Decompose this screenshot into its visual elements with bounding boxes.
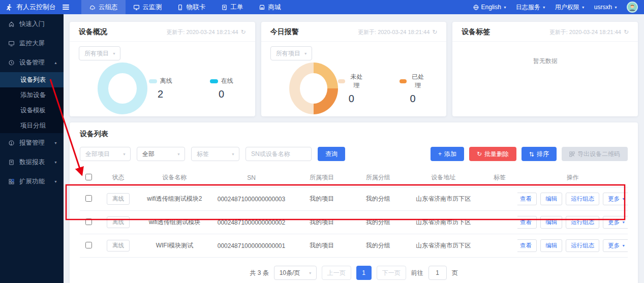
row-checkbox[interactable]: [85, 242, 92, 248]
batch-delete-button[interactable]: ↻批量删除: [469, 147, 516, 161]
menu-toggle-icon[interactable]: [63, 5, 69, 10]
device-tag: [482, 234, 518, 258]
legend: 未处理 0 已处理 0: [338, 73, 426, 105]
button-label: 批量删除: [484, 150, 509, 159]
edit-button[interactable]: 编辑: [540, 193, 562, 205]
device-group: 我的分组: [351, 187, 405, 211]
col-group: 所属分组: [351, 168, 405, 187]
tab-iot-card[interactable]: 物联卡: [169, 0, 213, 14]
tag-select[interactable]: 标签 ▼: [191, 147, 239, 161]
search-button[interactable]: 查询: [318, 147, 345, 161]
sidebar-item-device-template[interactable]: 设备模板: [0, 103, 64, 118]
legend: 离线 2 在线 0: [147, 77, 235, 100]
sidebar-item-monitor-screen[interactable]: 监控大屏: [0, 34, 64, 53]
current-page[interactable]: 1: [356, 266, 372, 280]
device-tags-card: 设备标签 更新于: 2020-03-24 18:21:44 ↻ 暂无数据: [452, 22, 638, 116]
run-scada-button[interactable]: 运行组态: [566, 239, 599, 252]
tab-label: 工单: [231, 3, 243, 12]
avatar[interactable]: [627, 2, 638, 13]
sidebar-item-quick-start[interactable]: 快速入门: [0, 14, 64, 34]
view-button[interactable]: 查看: [517, 239, 537, 252]
project-select[interactable]: 全部项目 ▼: [80, 147, 131, 161]
next-page-button[interactable]: 下一页: [377, 266, 406, 280]
today-alarm-chart: 未处理 0 已处理 0: [261, 62, 447, 114]
device-tag: [482, 211, 518, 234]
language-switcher[interactable]: English ▼: [473, 4, 507, 11]
tab-cloud-scada[interactable]: 云组态: [81, 0, 126, 14]
select-all-checkbox[interactable]: [85, 174, 92, 180]
sidebar-item-label: 数据报表: [19, 158, 45, 167]
run-scada-button[interactable]: 运行组态: [566, 216, 599, 229]
sidebar-item-data-report[interactable]: 数据报表 ▼: [0, 152, 64, 172]
device-address: 山东省济南市历下区: [405, 187, 482, 211]
alarm-icon: [8, 140, 15, 146]
tab-label: 物联卡: [187, 3, 206, 12]
refresh-icon[interactable]: ↻: [624, 28, 629, 36]
updated-at: 更新于: 2020-03-24 18:21:44 ↻: [358, 28, 437, 36]
tab-label: 云组态: [99, 3, 118, 12]
row-checkbox[interactable]: [85, 195, 92, 202]
tab-cloud-monitor[interactable]: 云监测: [126, 0, 170, 14]
chevron-down-icon: ▼: [622, 197, 625, 201]
user-permission-menu[interactable]: 用户权限 ▼: [555, 3, 585, 12]
language-label: English: [481, 4, 501, 11]
chevron-down-icon: ▼: [614, 6, 618, 9]
log-service-menu[interactable]: 日志服务 ▼: [516, 3, 546, 12]
chevron-down-icon: ▼: [122, 152, 126, 156]
sidebar-item-add-device[interactable]: 添加设备: [0, 87, 64, 103]
chevron-down-icon: ▼: [54, 180, 57, 183]
chevron-down-icon: ▼: [503, 6, 507, 9]
username-menu[interactable]: usrsxh ▼: [594, 4, 618, 11]
legend-label: 在线: [221, 77, 233, 85]
more-button[interactable]: 更多▼: [603, 216, 628, 229]
select-value: 10条/页: [280, 269, 300, 276]
more-button[interactable]: 更多▼: [603, 193, 628, 205]
report-icon: [8, 159, 15, 166]
project-filter-select[interactable]: 所有项目 ▼: [79, 46, 120, 60]
col-project: 所属项目: [292, 168, 351, 187]
edit-button[interactable]: 编辑: [540, 216, 562, 229]
sidebar-item-label: 快速入门: [19, 20, 45, 28]
tab-work-order[interactable]: 工单: [213, 0, 251, 14]
sort-button[interactable]: 排序: [522, 147, 557, 161]
select-value: 所有项目: [84, 50, 109, 57]
sidebar-item-device-management[interactable]: 设备管理 ▲: [0, 53, 64, 72]
log-service-label: 日志服务: [516, 3, 540, 12]
brand[interactable]: 有人云控制台: [0, 0, 74, 14]
monitor-icon: [133, 4, 140, 11]
handled-swatch: [400, 79, 407, 83]
run-scada-button[interactable]: 运行组态: [566, 193, 599, 205]
button-label: 更多: [608, 242, 620, 249]
page-size-select[interactable]: 10条/页 ▼: [274, 266, 317, 280]
row-checkbox[interactable]: [85, 218, 92, 225]
view-button[interactable]: 查看: [517, 193, 537, 205]
project-filter-select[interactable]: 所有项目 ▼: [270, 46, 312, 60]
sub-item-label: 项目分组: [20, 121, 46, 130]
device-group: 我的分组: [351, 211, 405, 234]
device-icon: [8, 59, 15, 66]
sidebar-item-device-list[interactable]: 设备列表: [0, 72, 64, 87]
refresh-icon[interactable]: ↻: [432, 28, 437, 36]
chevron-down-icon: ▼: [112, 52, 116, 55]
prev-page-button[interactable]: 上一页: [322, 266, 351, 280]
chevron-down-icon: ▼: [304, 52, 308, 55]
more-button[interactable]: 更多▼: [603, 239, 628, 252]
sidebar-item-project-group[interactable]: 项目分组: [0, 118, 64, 133]
add-device-button[interactable]: +添加: [431, 147, 464, 161]
export-qr-button[interactable]: 导出设备二维码: [562, 147, 628, 161]
device-list-card: 设备列表 全部项目 ▼ 全部 ▼ 标签 ▼ 查询 +添加 ↻批量删除 排序: [70, 122, 638, 283]
select-value: 所有项目: [276, 50, 300, 57]
grid-icon: [8, 178, 15, 185]
goto-page-input[interactable]: [428, 266, 447, 280]
edit-button[interactable]: 编辑: [540, 239, 562, 252]
sidebar-item-extensions[interactable]: 扩展功能 ▼: [0, 172, 64, 191]
sub-item-label: 添加设备: [20, 91, 46, 100]
search-input[interactable]: [246, 147, 312, 161]
status-select[interactable]: 全部 ▼: [137, 147, 185, 161]
updated-text: 更新于: 2020-03-24 18:21:44: [358, 28, 430, 36]
tab-mall[interactable]: 商城: [251, 0, 289, 14]
refresh-icon[interactable]: ↻: [241, 28, 246, 36]
sidebar-item-alarm-management[interactable]: 报警管理 ▼: [0, 133, 64, 152]
table-header-row: 状态 设备名称 SN 所属项目 所属分组 设备地址 标签 操作: [80, 168, 628, 187]
view-button[interactable]: 查看: [517, 216, 537, 229]
